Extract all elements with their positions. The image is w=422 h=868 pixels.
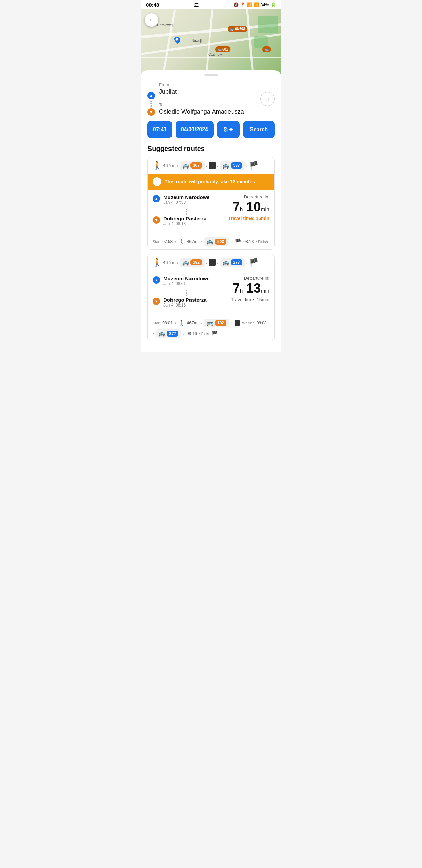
bus-stop-66-608: 🚌66608 xyxy=(228,26,247,32)
chevron-1b: › xyxy=(206,163,207,168)
settings-button[interactable]: ⚙✦ xyxy=(217,121,240,138)
from-label: From xyxy=(159,82,275,87)
from-stop-date-2: Jan 4, 08:01 xyxy=(163,281,210,286)
route-2-bus2: 277 xyxy=(231,259,242,265)
drag-handle xyxy=(204,74,218,76)
bottom-sheet: ▲ ▼ From Jubilat To Osiedle Wolfganga Am… xyxy=(141,70,281,352)
mute-icon: 🔇 xyxy=(233,2,239,7)
route-2-detail: ▲ Muzeum Narodowe Jan 4, 08:01 ▼ Dobrego… xyxy=(148,271,274,315)
to-stop-name-1: Dobrego Pasterza xyxy=(163,216,207,221)
bus-icon-2a: 🚌 xyxy=(182,259,189,266)
route-2-timing: Departure in: 7h 13min Travel time: 15mi… xyxy=(222,276,269,310)
warning-banner-1: ! This route will probably take 18 minut… xyxy=(148,174,274,190)
route-1-bus1: 307 xyxy=(190,162,202,169)
bus-tag-2a: 🚌 192 xyxy=(180,258,205,267)
departure-label-2: Departure in: xyxy=(222,276,269,281)
step-bus-num-1: 503 xyxy=(215,239,226,245)
bus-stop-right: 🚌 xyxy=(262,46,271,52)
step-walk-dist-2: 467m xyxy=(187,321,197,326)
map-green-park xyxy=(258,16,278,33)
step-time1-1: 07:58 xyxy=(162,239,173,244)
back-button[interactable]: ← xyxy=(145,13,158,27)
map-label-czarnow: Czarnow... xyxy=(208,53,224,56)
bus-icon-1a: 🚌 xyxy=(182,162,189,169)
departure-time-1: 7h 10min xyxy=(222,200,269,214)
location-pin xyxy=(173,35,181,44)
walk-icon-1: 🚶 xyxy=(153,161,162,170)
flag-icon-2: 🏴 xyxy=(249,258,258,267)
step-chevron-a1: › xyxy=(175,239,176,244)
stop-square-steps-2 xyxy=(235,320,240,326)
minutes-unit-1: min xyxy=(261,206,269,212)
route-2-steps: Start 08:01 › 🚶 467m › 🚌 192 › Waiting 0… xyxy=(148,315,274,341)
route-1-steps: Start 07:58 › 🚶 467m › 🚌 503 › 🏴 08:13 •… xyxy=(148,234,274,249)
chevron-2d: › xyxy=(246,260,248,265)
minutes-1: 10 xyxy=(246,200,261,214)
status-icons: 🔇 📍 📶 📶 34% 🔋 xyxy=(233,2,276,7)
form-fields: From Jubilat To Osiedle Wolfganga Amadeu… xyxy=(159,82,275,115)
location-icon: 📍 xyxy=(240,2,245,7)
minutes-2: 13 xyxy=(246,281,261,295)
route-1-bus2: 537 xyxy=(231,162,242,169)
step-start-label-2: Start xyxy=(153,321,160,325)
from-stop-name-1: Muzeum Narodowe xyxy=(163,194,210,200)
hours-unit-1: h xyxy=(240,206,243,212)
step-start-label-1: Start xyxy=(153,240,160,244)
bus-tag-2b: 🚌 277 xyxy=(220,258,245,267)
to-value[interactable]: Osiedle Wolfganga Amadeusza xyxy=(159,108,275,115)
step-bus-2a: 🚌 192 xyxy=(204,319,229,327)
step-chevron-a2: › xyxy=(175,320,176,326)
hours-unit-2: h xyxy=(240,288,243,294)
bus-stop-601: 🚌601 xyxy=(215,46,230,52)
route-1-timing: Departure in: 7h 10min Travel time: 15mi… xyxy=(222,194,269,229)
step-finish-2: • Finis xyxy=(199,332,209,336)
travel-time-2: Travel time: 15min xyxy=(222,297,269,302)
step-time1-2: 08:01 xyxy=(162,321,173,326)
time-button[interactable]: 07:41 xyxy=(147,121,172,138)
step-flag-2: 🏴 xyxy=(211,330,218,337)
dots-connector xyxy=(150,99,152,108)
step-bus-icon-2a: 🚌 xyxy=(207,320,214,326)
stop-square-1 xyxy=(209,162,216,169)
departure-time-2: 7h 13min xyxy=(222,281,269,296)
from-value[interactable]: Jubilat xyxy=(159,88,275,99)
warning-text-1: This route will probably take 18 minutes xyxy=(165,179,255,184)
from-stop-name-2: Muzeum Narodowe xyxy=(163,276,210,281)
to-label: To xyxy=(159,102,275,107)
swap-icon: ↓↑ xyxy=(265,96,270,102)
step-waiting-2: Waiting xyxy=(242,321,254,325)
step-flag-1: 🏴 xyxy=(235,238,241,245)
route-2-bus1: 192 xyxy=(190,259,202,265)
chevron-2b: › xyxy=(206,260,207,265)
step-chevron-b1: › xyxy=(201,239,202,244)
step-bus-num-2b: 277 xyxy=(167,331,178,337)
route-2-stops: ▲ Muzeum Narodowe Jan 4, 08:01 ▼ Dobrego… xyxy=(153,276,218,310)
route-card-1[interactable]: 🚶 467m › 🚌 307 › › 🚌 537 › 🏴 ! This rout… xyxy=(147,157,275,250)
stop-icon-from-2: ▲ xyxy=(153,276,160,284)
form-icons: ▲ ▼ xyxy=(147,82,155,116)
stop-row-2-to: ▼ Dobrego Pasterza Jan 4, 08:16 xyxy=(153,297,218,308)
step-chevron-e2: › xyxy=(183,331,184,336)
step-walk-icon-1: 🚶 xyxy=(178,238,185,245)
route-card-2[interactable]: 🚶 467m › 🚌 192 › › 🚌 277 › 🏴 ▲ xyxy=(147,254,275,341)
swap-button[interactable]: ↓↑ xyxy=(260,92,275,106)
chevron-1c: › xyxy=(217,163,218,168)
search-button[interactable]: Search xyxy=(243,121,275,138)
route-1-detail: ▲ Muzeum Narodowe Jan 4, 07:58 ▼ Dobrego… xyxy=(148,190,274,234)
step-bus-1: 🚌 503 xyxy=(204,237,229,246)
stops-dots-2 xyxy=(155,289,218,297)
step-bus-num-2a: 192 xyxy=(215,320,226,326)
walk-icon-2: 🚶 xyxy=(153,258,162,267)
stops-dots-1 xyxy=(155,208,218,216)
bus-icon-1b: 🚌 xyxy=(223,162,229,169)
from-stop-date-1: Jan 4, 07:58 xyxy=(163,200,210,205)
suggested-routes-title: Suggested routes xyxy=(147,145,275,153)
route-1-stops: ▲ Muzeum Narodowe Jan 4, 07:58 ▼ Dobrego… xyxy=(153,194,218,229)
date-button[interactable]: 04/01/2024 xyxy=(176,121,214,138)
action-row: 07:41 04/01/2024 ⚙✦ Search xyxy=(147,121,275,138)
to-stop-date-2: Jan 4, 08:16 xyxy=(163,303,207,308)
wifi-icon: 📶 xyxy=(247,2,252,7)
step-bus-2b: 🚌 277 xyxy=(156,329,181,338)
step-time3-2: 08:16 xyxy=(187,331,197,336)
route-1-summary: 🚶 467m › 🚌 307 › › 🚌 537 › 🏴 xyxy=(148,157,274,174)
